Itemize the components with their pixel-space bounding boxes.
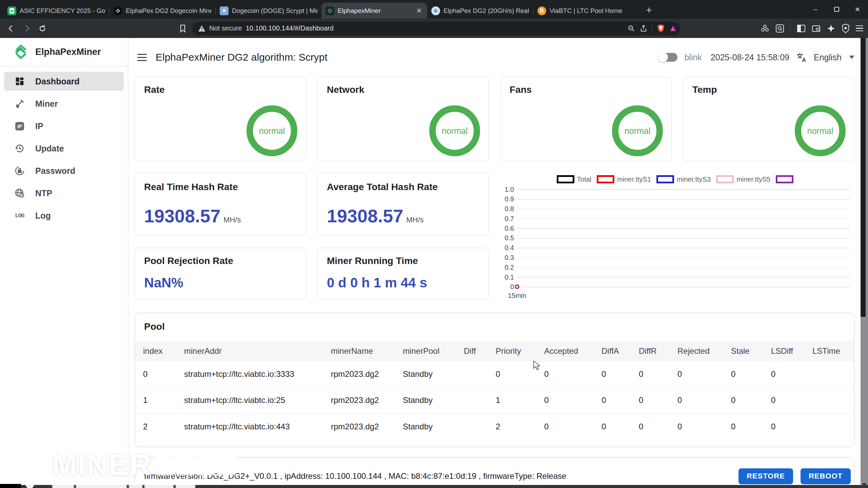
tab-strip: ASIC EFFICIENCY 2025 - Google Shee Elpha… (0, 0, 868, 19)
security-label: Not secure (209, 24, 242, 32)
sidebar-panel-icon[interactable] (797, 24, 806, 33)
legend-swatch (716, 175, 734, 183)
card-title: Temp (692, 84, 854, 95)
brave-rewards-icon[interactable] (669, 25, 677, 32)
status-card-fans: Fans normal (500, 77, 672, 161)
tab-viabtc[interactable]: B ViaBTC | LTC Pool Home (533, 3, 639, 19)
sidebar-item-label: Dashboard (35, 77, 80, 86)
not-secure-warning-icon (198, 25, 205, 32)
sidebar-item-password[interactable]: Password (4, 161, 124, 180)
tab-miningpoolstats[interactable]: ✕ Dogecoin (DOGE) Scrypt | Mining Po (216, 3, 321, 19)
sidebar-item-log[interactable]: LOG Log (4, 206, 124, 225)
sidebar-item-update[interactable]: Update (4, 139, 124, 158)
pool-card: Pool indexminerAddrminerNameminerPoolDif… (135, 313, 854, 447)
status-ring: normal (429, 105, 480, 156)
wallet-icon[interactable] (812, 24, 821, 33)
vpn-shield-icon[interactable] (842, 24, 850, 33)
window-maximize-button[interactable] (826, 0, 847, 19)
rejection-value: NaN% (144, 275, 306, 290)
history-clock-icon (14, 143, 26, 154)
y-tick: 0.8 (498, 205, 514, 213)
url-text: 10.100.100.144/#/Dashboard (246, 24, 334, 32)
search-box-icon[interactable] (775, 24, 784, 33)
google-sheets-favicon-icon (7, 6, 16, 15)
tab-elphapexminer-active[interactable]: ElphapexMiner ✕ (321, 3, 427, 19)
window-minimize-button[interactable]: – (805, 0, 826, 19)
extensions-icon[interactable] (761, 24, 769, 33)
page-scrollbar[interactable] (861, 38, 868, 488)
y-tick: 0 (498, 283, 514, 291)
status-cards-row: Rate normal Network normal Fans normal T… (135, 77, 854, 161)
sidebar-item-ip[interactable]: IP IP (4, 117, 124, 136)
window-close-button[interactable]: ✕ (847, 0, 868, 19)
reboot-button[interactable]: REBOOT (801, 468, 851, 484)
tab-label: ViaBTC | LTC Pool Home (550, 7, 635, 15)
legend-swatch (656, 175, 674, 183)
chart-legend: Total miner.ttyS1 miner.ttyS3 miner (498, 175, 854, 183)
card-title: Fans (510, 84, 671, 95)
running-time-card: Miner Running Time 0 d 0 h 1 m 44 s (317, 248, 489, 300)
header-right: blink 2025-08-24 15:58:09 A English (658, 52, 854, 63)
toggle-knob (658, 52, 668, 62)
new-tab-button[interactable]: + (642, 3, 656, 17)
average-hashrate-card: Average Total Hash Rate 19308.57 MH/s (317, 172, 489, 236)
elphapex-favicon-icon (326, 6, 334, 15)
leo-ai-sparkle-icon[interactable] (827, 24, 835, 33)
ip-badge-icon: IP (14, 122, 26, 130)
language-selector[interactable]: English (814, 53, 842, 62)
legend-item-ttys3[interactable]: miner.ttyS3 (656, 175, 711, 183)
sidebar-item-ntp[interactable]: NTP (4, 184, 124, 203)
dashboard-grid-icon (14, 76, 26, 86)
restore-button[interactable]: RESTORE (738, 468, 793, 484)
sidebar-item-miner[interactable]: Miner (4, 94, 124, 113)
metric-cards: Real Time Hash Rate 19308.57 MH/s Averag… (135, 172, 489, 303)
tab-google-sheets[interactable]: ASIC EFFICIENCY 2025 - Google Shee (3, 3, 109, 19)
pool-title: Pool (144, 321, 854, 332)
y-tick: 0.2 (498, 264, 514, 271)
blink-toggle[interactable] (658, 53, 677, 62)
brave-shield-icon[interactable] (657, 24, 665, 33)
address-bar[interactable]: Not secure 10.100.100.144/#/Dashboard (192, 22, 680, 35)
chart-plot-area: 1.0 0.9 0.8 0.7 0.6 0.5 0.4 0.3 0.2 0.1 … (498, 189, 850, 287)
app-sidebar: ElphaPexMiner Dashboard Miner IP (0, 38, 129, 488)
tab-elphapex-realtime[interactable]: ElphaPex DG2 (20GH/s) Realtime Pro (427, 3, 533, 19)
pool-rejection-card: Pool Rejection Rate NaN% (135, 248, 306, 300)
scrollbar-thumb[interactable] (861, 38, 866, 317)
lock-refresh-icon (14, 166, 26, 176)
legend-item-truncated[interactable] (776, 175, 796, 183)
chevron-down-icon[interactable] (849, 56, 854, 59)
translate-icon: A (796, 52, 807, 63)
legend-item-ttys1[interactable]: miner.ttyS1 (597, 175, 651, 183)
sidebar-item-label: IP (35, 121, 43, 131)
maximize-icon (834, 7, 839, 12)
hashrate-chart: Total miner.ttyS1 miner.ttyS3 miner (498, 172, 854, 303)
globe-clock-icon (14, 188, 26, 198)
elphapex-logo-icon (12, 43, 30, 61)
brand-name: ElphaPexMiner (35, 47, 101, 57)
toolbar-right-icons (761, 24, 863, 33)
browser-window: ASIC EFFICIENCY 2025 - Google Shee Elpha… (0, 0, 868, 488)
legend-swatch (597, 175, 614, 183)
tab-close-icon[interactable]: ✕ (415, 7, 423, 15)
status-card-network: Network normal (317, 77, 489, 161)
collapse-menu-icon[interactable] (137, 54, 147, 61)
share-icon[interactable] (640, 25, 647, 32)
legend-item-ttys5[interactable]: miner.ttyS5 (716, 175, 770, 183)
legend-item-total[interactable]: Total (557, 175, 591, 183)
reload-button[interactable] (36, 22, 49, 35)
tab-label: ASIC EFFICIENCY 2025 - Google Shee (20, 7, 105, 15)
back-button[interactable] (5, 22, 18, 35)
y-tick: 1.0 (498, 186, 514, 194)
tab-label: ElphaPex DG2 (20GH/s) Realtime Pro (443, 7, 529, 15)
zoom-page-icon[interactable] (628, 25, 635, 32)
bookmark-icon[interactable] (176, 22, 189, 35)
tab-elphapex-dg2-crypto[interactable]: ElphaPex DG2 Dogecoin Miner - Cryp (110, 3, 215, 19)
sidebar-item-label: Password (35, 166, 75, 176)
runtime-value: 0 d 0 h 1 m 44 s (327, 275, 489, 290)
browser-menu-icon[interactable] (856, 25, 863, 32)
forward-button[interactable] (20, 22, 33, 35)
hashrate-value: 19308.57 MH/s (144, 205, 306, 226)
shovel-icon (14, 99, 26, 109)
sidebar-item-dashboard[interactable]: Dashboard (4, 72, 124, 91)
legend-swatch (776, 175, 793, 183)
